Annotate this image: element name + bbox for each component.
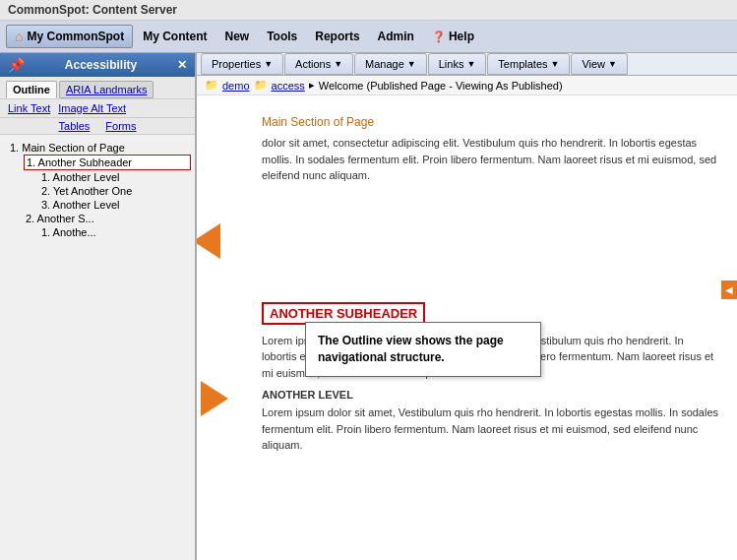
arrow-right-wrapper	[201, 381, 228, 419]
templates-arrow-icon: ▼	[551, 59, 560, 69]
outline-tabs: Outline ARIA Landmarks	[0, 77, 195, 99]
links-row-1: Link Text Image Alt Text	[0, 99, 195, 118]
folder-icon-1: 📁	[205, 79, 218, 92]
another-level-title: ANOTHER LEVEL	[262, 389, 721, 401]
main-section-text: dolor sit amet, consectetur adipiscing e…	[262, 135, 721, 184]
view-menu[interactable]: View ▼	[571, 53, 628, 75]
properties-menu[interactable]: Properties ▼	[201, 53, 283, 75]
breadcrumb-demo[interactable]: demo	[222, 80, 250, 92]
image-alt-text-link[interactable]: Image Alt Text	[58, 102, 126, 114]
manage-menu[interactable]: Manage ▼	[354, 53, 427, 75]
accessibility-panel-header: 📌 Accessibility ✕	[0, 53, 195, 77]
titlebar: CommonSpot: Content Server	[0, 0, 737, 21]
tooltip-callout: The Outline view shows the page navigati…	[305, 322, 541, 377]
tab-outline[interactable]: Outline	[6, 81, 57, 98]
tree-item-main-section[interactable]: 1. Main Section of Page	[8, 141, 191, 155]
scroll-handle[interactable]: ◀	[721, 280, 737, 299]
home-icon: ⌂	[15, 29, 23, 44]
templates-menu[interactable]: Templates ▼	[487, 53, 570, 75]
view-arrow-icon: ▼	[608, 59, 617, 69]
main-section-content: Main Section of Page dolor sit amet, con…	[213, 107, 721, 184]
main-layout: 📌 Accessibility ✕ Outline ARIA Landmarks…	[0, 53, 737, 560]
right-panel: Properties ▼ Actions ▼ Manage ▼ Links ▼ …	[197, 53, 737, 560]
top-navigation: ⌂ My CommonSpot My Content New Tools Rep…	[0, 21, 737, 53]
breadcrumb-page: Welcome (Published Page - Viewing As Pub…	[319, 80, 563, 92]
main-section-title: Main Section of Page	[262, 115, 721, 129]
breadcrumb-access[interactable]: access	[272, 80, 305, 92]
links-menu[interactable]: Links ▼	[428, 53, 487, 75]
tree-item-another-level-1[interactable]: 1. Another Level	[39, 170, 191, 184]
subheader-arrow-right-icon	[201, 381, 228, 416]
tooltip-arrow-left-icon	[197, 223, 220, 259]
help-nav[interactable]: ❓ Help	[424, 27, 482, 46]
secondary-nav: Properties ▼ Actions ▼ Manage ▼ Links ▼ …	[197, 53, 737, 76]
mycontent-nav[interactable]: My Content	[135, 27, 215, 46]
outline-tree: 1. Main Section of Page 1. Another Subhe…	[0, 135, 195, 560]
help-icon: ❓	[432, 31, 446, 43]
titlebar-text: CommonSpot: Content Server	[8, 3, 177, 17]
my-commonspot-label: My CommonSpot	[27, 30, 124, 43]
breadcrumb-separator: ▸	[309, 79, 315, 92]
content-area: Main Section of Page dolor sit amet, con…	[197, 95, 737, 560]
tree-item-another-s[interactable]: 2. Another S...	[24, 212, 191, 225]
link-text-link[interactable]: Link Text	[8, 102, 50, 114]
breadcrumb: 📁 demo 📁 access ▸ Welcome (Published Pag…	[197, 76, 737, 95]
arrow-left-wrapper	[197, 223, 220, 262]
admin-nav[interactable]: Admin	[370, 27, 422, 46]
tree-item-another-level-2[interactable]: 3. Another Level	[39, 198, 191, 212]
manage-arrow-icon: ▼	[407, 59, 416, 69]
scroll-handle-icon: ◀	[725, 284, 733, 295]
reports-nav[interactable]: Reports	[307, 27, 367, 46]
left-panel: 📌 Accessibility ✕ Outline ARIA Landmarks…	[0, 53, 197, 560]
pin-icon: 📌	[8, 57, 25, 73]
properties-arrow-icon: ▼	[264, 59, 273, 69]
actions-arrow-icon: ▼	[334, 59, 342, 69]
subheader-title: ANOTHER SUBHEADER	[270, 306, 417, 321]
links-arrow-icon: ▼	[466, 59, 475, 69]
actions-menu[interactable]: Actions ▼	[284, 53, 353, 75]
another-level-text: Lorem ipsum dolor sit amet, Vestibulum q…	[262, 404, 721, 454]
links-row-2: Tables Forms	[0, 118, 195, 135]
accessibility-title: Accessibility	[65, 58, 137, 72]
tables-link[interactable]: Tables	[59, 120, 91, 132]
my-commonspot-button[interactable]: ⌂ My CommonSpot	[6, 25, 133, 48]
tree-item-another-subheader[interactable]: 1. Another Subheader	[24, 155, 191, 170]
tooltip-text: The Outline view shows the page navigati…	[318, 334, 504, 364]
tree-item-anothe[interactable]: 1. Anothe...	[39, 225, 191, 239]
new-nav[interactable]: New	[216, 27, 257, 46]
tree-item-yet-another-one[interactable]: 2. Yet Another One	[39, 184, 191, 198]
forms-link[interactable]: Forms	[105, 120, 136, 132]
close-panel-button[interactable]: ✕	[177, 58, 187, 72]
folder-icon-2: 📁	[254, 79, 268, 92]
tab-aria-landmarks[interactable]: ARIA Landmarks	[59, 81, 154, 98]
tools-nav[interactable]: Tools	[259, 27, 305, 46]
